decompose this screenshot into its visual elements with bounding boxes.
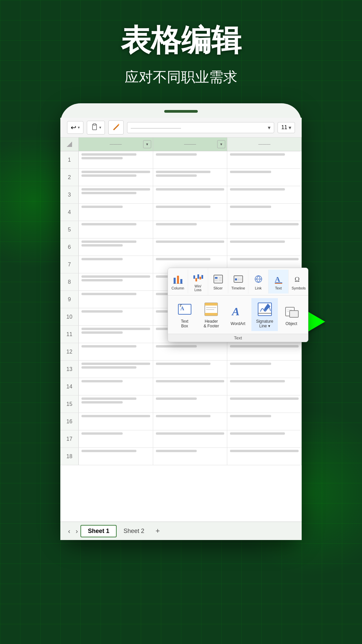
- cell[interactable]: [79, 273, 153, 290]
- col-header-a[interactable]: ——— ▾: [79, 138, 153, 151]
- text-icon: A: [273, 273, 285, 285]
- object-button[interactable]: Object: [278, 301, 305, 329]
- cell[interactable]: [79, 395, 153, 413]
- cell[interactable]: [153, 204, 228, 221]
- cell[interactable]: [227, 221, 302, 238]
- signature-line-button[interactable]: SignatureLine ▾: [251, 298, 278, 331]
- cell[interactable]: [153, 221, 228, 238]
- col-b-dropdown[interactable]: ▾: [217, 140, 225, 148]
- cell[interactable]: [79, 291, 153, 308]
- cell[interactable]: [153, 238, 228, 256]
- cell[interactable]: [79, 186, 153, 203]
- cell[interactable]: [153, 186, 228, 203]
- cell[interactable]: [227, 343, 302, 360]
- cell[interactable]: [153, 413, 228, 430]
- font-size-value: 11: [281, 124, 287, 130]
- link-icon: [252, 273, 264, 285]
- slicer-button[interactable]: Slicer: [208, 270, 228, 293]
- cell[interactable]: [79, 308, 153, 325]
- cell[interactable]: [153, 395, 228, 413]
- popup-top-row: Column Win/Loss: [168, 268, 308, 296]
- tab-sheet2[interactable]: Sheet 2: [117, 526, 151, 537]
- cell[interactable]: [79, 256, 153, 273]
- table-row: 18: [60, 448, 302, 465]
- font-selector[interactable]: —————————— ▾: [127, 122, 274, 133]
- cell[interactable]: [153, 378, 228, 395]
- row-number: 2: [60, 169, 79, 186]
- cell[interactable]: [227, 448, 302, 465]
- page-title: 表格编辑: [121, 20, 241, 61]
- column-button[interactable]: Column: [168, 270, 188, 293]
- cell[interactable]: [79, 204, 153, 221]
- header-footer-label: Header& Footer: [203, 319, 219, 328]
- cell[interactable]: [227, 204, 302, 221]
- cell[interactable]: [153, 361, 228, 378]
- add-sheet-button[interactable]: +: [153, 526, 163, 536]
- cell[interactable]: [79, 343, 153, 360]
- win-loss-button[interactable]: Win/Loss: [188, 268, 208, 295]
- header-footer-button[interactable]: Header& Footer: [198, 298, 225, 331]
- row-number: 8: [60, 273, 79, 290]
- col-header-c[interactable]: ———: [227, 138, 302, 151]
- cell[interactable]: [79, 448, 153, 465]
- cell[interactable]: [153, 430, 228, 447]
- cell[interactable]: [79, 151, 153, 168]
- row-number: 15: [60, 395, 79, 413]
- paint-button[interactable]: [108, 120, 124, 135]
- wordart-button[interactable]: A WordArt: [225, 301, 251, 329]
- font-size-selector[interactable]: 11 ▾: [278, 122, 295, 133]
- cell[interactable]: [79, 169, 153, 186]
- tab-prev-button[interactable]: ‹: [65, 527, 73, 535]
- tab-next-button[interactable]: ›: [73, 527, 81, 535]
- wordart-label: WordArt: [231, 321, 245, 326]
- cell[interactable]: [79, 326, 153, 343]
- cell[interactable]: [227, 430, 302, 447]
- cell[interactable]: [153, 169, 228, 186]
- column-label: Column: [172, 286, 184, 290]
- table-row: 4: [60, 204, 302, 221]
- timeline-button[interactable]: Timeline: [228, 270, 248, 293]
- cell[interactable]: [79, 221, 153, 238]
- row-number: 4: [60, 204, 79, 221]
- textbox-button[interactable]: A TextBox: [171, 298, 198, 331]
- cell[interactable]: [153, 343, 228, 360]
- cell[interactable]: [79, 378, 153, 395]
- insert-text-menu: Column Win/Loss: [168, 268, 308, 342]
- cell[interactable]: [79, 361, 153, 378]
- row-number: 13: [60, 361, 79, 378]
- cell[interactable]: [227, 169, 302, 186]
- cell[interactable]: [153, 448, 228, 465]
- cell[interactable]: [227, 413, 302, 430]
- cell[interactable]: [227, 361, 302, 378]
- cell[interactable]: [79, 238, 153, 256]
- cell[interactable]: [227, 151, 302, 168]
- col-a-dropdown[interactable]: ▾: [143, 140, 151, 148]
- svg-marker-3: [67, 142, 72, 147]
- svg-rect-35: [205, 303, 218, 306]
- undo-button[interactable]: ↩ ▾: [67, 121, 83, 134]
- svg-rect-23: [240, 278, 242, 280]
- signature-line-label: SignatureLine ▾: [256, 319, 273, 328]
- cell[interactable]: [227, 395, 302, 413]
- signature-line-icon: [256, 301, 273, 318]
- text-button[interactable]: A Text: [268, 270, 289, 293]
- svg-rect-6: [174, 278, 176, 284]
- cell[interactable]: [153, 151, 228, 168]
- cell[interactable]: [227, 378, 302, 395]
- table-row: 17: [60, 430, 302, 448]
- link-button[interactable]: Link: [248, 270, 268, 293]
- cell[interactable]: [227, 186, 302, 203]
- col-header-b[interactable]: ——— ▾: [153, 138, 228, 151]
- tab-sheet1[interactable]: Sheet 1: [80, 525, 117, 537]
- svg-rect-7: [177, 276, 179, 284]
- svg-rect-13: [199, 277, 201, 279]
- cell[interactable]: [79, 413, 153, 430]
- symbols-label: Symbols: [292, 286, 306, 290]
- clipboard-button[interactable]: ▾: [87, 121, 105, 135]
- cell[interactable]: [227, 238, 302, 256]
- header-footer-icon: [203, 301, 220, 318]
- cell[interactable]: [79, 430, 153, 447]
- timeline-icon: [232, 273, 244, 285]
- symbols-button[interactable]: Ω Symbols: [289, 270, 308, 293]
- svg-rect-15: [214, 275, 223, 283]
